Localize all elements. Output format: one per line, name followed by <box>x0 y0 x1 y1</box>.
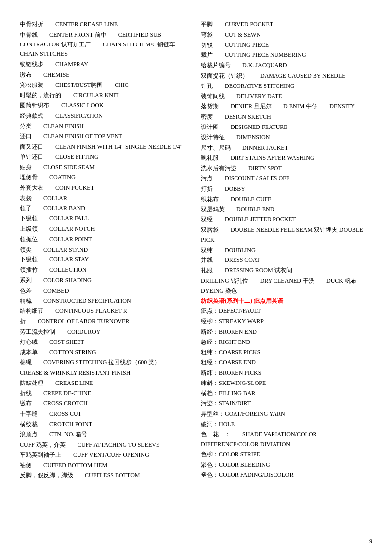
list-item: 折 CONTROL OF LABOR TURNOVER <box>20 317 191 327</box>
page-number: 9 <box>369 538 372 545</box>
list-item: CREASE & WRINKLY RESISTANT FINISH <box>20 368 191 378</box>
list-item: 粗纬：COARSE PICKS <box>201 348 372 358</box>
list-item: 成本单 COTTON STRING <box>20 348 191 358</box>
list-item: 给裁片编号 D.K. JACQUARD <box>201 61 372 71</box>
list-item: 领插竹 COLLECTION <box>20 265 191 275</box>
list-item: 双层鸡英 DOUBLE END <box>201 205 372 214</box>
list-item: 裁片 CUTTING PIECE NUMBERING <box>201 50 372 60</box>
list-item: 疵点：DEFECT/FAULT <box>201 306 372 316</box>
list-item: 宽松服装 CHEST/BUST胸围 CHIC <box>20 81 191 90</box>
list-item: 经柳：STREAKY WARP <box>201 317 372 327</box>
list-item: 埋侧骨 COATING <box>20 173 191 183</box>
list-item: 双面提花（针织） DAMAGE CAUSED BY NEEDLE <box>201 71 372 81</box>
list-item: 十字缝 CROSS CUT <box>20 409 191 419</box>
list-item: 打折 DOBBY <box>201 184 372 194</box>
list-item: 经典款式 CLASSIFICATION <box>20 111 191 121</box>
list-item: 防皱处理 CREASE LINE <box>20 379 191 388</box>
list-item: 下级领 COLLAR FALL <box>20 214 191 224</box>
list-item: 并线 DRESS COAT <box>201 256 372 265</box>
list-item: 褪色：COLOR FADING/DISCOLOR <box>201 470 372 480</box>
list-item: 缴布 CROSS CROTCH <box>20 399 191 409</box>
list-item: 针孔 DECORATIVE STITCHING <box>201 82 372 91</box>
list-item: 晚礼服 DIRT STAINS AFTER WASHING <box>201 153 372 163</box>
list-item: 折线 CREPE DE-CHINE <box>20 389 191 399</box>
list-item: 切驳 CUTTING PIECE <box>201 41 372 50</box>
list-item: 横档：FILLING BAR <box>201 389 372 399</box>
list-item: 密度 DESIGN SKETCH <box>201 112 372 122</box>
list-item: 劳工流失控制 CORDUROY <box>20 327 191 337</box>
list-item: 礼服 DRESSING ROOM 试衣间 <box>201 266 372 276</box>
list-item: 污迹：STAIN/DIRT <box>201 399 372 409</box>
list-item: 设计图 DESIGNED FEATURE <box>201 123 372 132</box>
list-item: 结构细节 CONTINUOUS PLACKET R <box>20 306 191 316</box>
page: 中骨对折 CENTER CREASE LINE中骨线 CENTER FRONT … <box>0 0 392 555</box>
list-item: 双唇袋 DOUBLE NEEDLE FELL SEAM 双针埋夹 DOUBLE … <box>201 225 372 245</box>
list-item: 纺织英语(系列十二) 疵点用英语 <box>201 297 372 306</box>
list-item: 面又还口 CLEAN FINISH WITH 1/4" SINGLE NEEDL… <box>20 142 191 152</box>
list-item: 精梳 CONSTRUCTED SPECIFICATION <box>20 297 191 306</box>
list-item: DRILLING 钻孔位 DRY-CLEANED 干洗 DUCK 帆布 DYEI… <box>201 276 372 296</box>
list-item: 设计特征 DIMENSION <box>201 133 372 143</box>
list-item: 色柳：COLOR STRIPE <box>201 450 372 460</box>
list-item: CUFF 鸡英，介英 CUFF ATTACHING TO SLEEVE <box>20 440 191 450</box>
list-item: 织花布 DOUBLE CUFF <box>201 195 372 205</box>
list-item: 双经 DOUBLE JETTED POCKET <box>201 215 372 225</box>
list-item: 单针还口 CLOSE FITTING <box>20 152 191 162</box>
list-item: 急经：RIGHT END <box>201 338 372 347</box>
list-item: 时髦的，流行的 CIRCULAR KNIT <box>20 91 191 101</box>
list-item: 污点 DISCOUNT / SALES OFF <box>201 174 372 184</box>
list-item: 中骨线 CENTER FRONT 前中 CERTIFIED SUB-CONTRA… <box>20 30 191 59</box>
list-item: 还口 CLEAN FINISH OF TOP VENT <box>20 132 191 142</box>
right-column: 平脚 CURVED POCKET弯袋 CUT & SEWN切驳 CUTTING … <box>201 20 372 481</box>
list-item: 锁链线步 CHAMPRAY <box>20 60 191 70</box>
list-item: 表袋 COLLAR <box>20 194 191 204</box>
list-item: 棉绳 COVERING STITCHING 拉回线步（600 类） <box>20 358 191 368</box>
list-item: 断经：BROKEN END <box>201 327 372 337</box>
list-item: 粗经：COARSE END <box>201 358 372 368</box>
list-item: 灯心绒 COST SHEET <box>20 338 191 347</box>
list-item: 分类 CLEAN FINISH <box>20 122 191 131</box>
list-item: 领尖 COLLAR STAND <box>20 245 191 255</box>
list-item: 中骨对折 CENTER CREASE LINE <box>20 20 191 30</box>
list-item: 领子 COLLAR BAND <box>20 204 191 213</box>
list-item: 横纹裁 CROTCH POINT <box>20 420 191 429</box>
list-item: 浪顶点 CTN. NO. 箱号 <box>20 430 191 440</box>
list-item: 异型丝：GOAT/FOREING YARN <box>201 409 372 419</box>
list-item: 破洞：HOLE <box>201 420 372 429</box>
list-item: 袖侧 CUFFED BOTTOM HEM <box>20 461 191 470</box>
list-item: 反脚，假反脚，脚级 CUFFLESS BOTTOM <box>20 471 191 481</box>
list-item: 领扼位 COLLAR POINT <box>20 235 191 245</box>
list-item: 装饰间线 DELIVERY DATE <box>201 92 372 102</box>
list-item: 弯袋 CUT & SEWN <box>201 30 372 40</box>
list-item: 下级领 COLLAR STAY <box>20 255 191 265</box>
list-item: 尺寸、尺码 DINNER JACKET <box>201 143 372 153</box>
list-item: 贴身 CLOSE SIDE SEAM <box>20 163 191 172</box>
list-item: 双纬 DOUBLING <box>201 246 372 256</box>
list-item: 上级领 COLLAR NOTCH <box>20 224 191 234</box>
list-item: 色差 COMBED <box>20 286 191 296</box>
list-item: 色 花 ： SHADE VARIATION/COLOR DIFFERENCE/C… <box>201 430 372 450</box>
list-item: 圆筒针织布 CLASSIC LOOK <box>20 101 191 111</box>
list-item: 系列 COLOR SHADING <box>20 276 191 286</box>
list-item: 洗水后有污迹 DIRTY SPOT <box>201 164 372 173</box>
list-item: 车鸡英到袖子上 CUFF VENT/CUFF OPENING <box>20 450 191 460</box>
list-item: 平脚 CURVED POCKET <box>201 20 372 30</box>
list-item: 缴布 CHEMISE <box>20 70 191 80</box>
content-columns: 中骨对折 CENTER CREASE LINE中骨线 CENTER FRONT … <box>20 20 372 481</box>
list-item: 纬斜：SKEWING/SLOPE <box>201 379 372 388</box>
list-item: 断纬：BROKEN PICKS <box>201 368 372 378</box>
list-item: 外套大衣 COIN POCKET <box>20 183 191 193</box>
list-item: 渗色：COLOR BLEEDING <box>201 460 372 470</box>
list-item: 落货期 DENIER 旦尼尔 D ENIM 牛仔 DENSITY <box>201 102 372 112</box>
left-column: 中骨对折 CENTER CREASE LINE中骨线 CENTER FRONT … <box>20 20 191 481</box>
